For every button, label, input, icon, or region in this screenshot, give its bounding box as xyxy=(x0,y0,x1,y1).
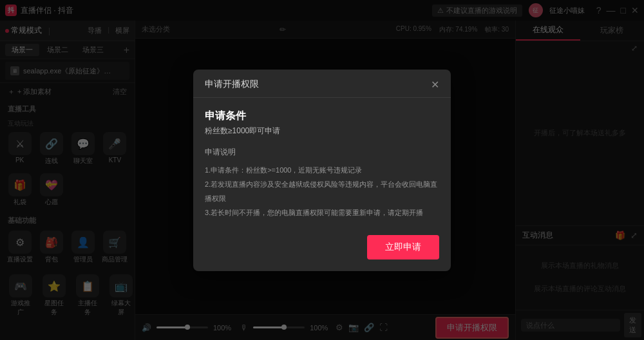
modal-title: 申请开播权限 xyxy=(205,79,259,90)
modal-apply-button[interactable]: 立即申请 xyxy=(367,235,439,260)
modal-header: 申请开播权限 ✕ xyxy=(193,70,451,98)
explain-list: 1.申请条件：粉丝数>=1000，近期无账号违规记录 2.若发现直播内容涉及安全… xyxy=(205,163,439,220)
explain-title: 申请说明 xyxy=(205,147,439,158)
modal-box: 申请开播权限 ✕ 申请条件 粉丝数≥1000即可申请 申请说明 1.申请条件：粉… xyxy=(193,70,451,271)
modal-footer: 立即申请 xyxy=(193,235,451,271)
modal-close-button[interactable]: ✕ xyxy=(431,79,439,91)
explain-item-3: 3.若长时间不开播，您的电脑直播权限可能需要重新申请，请定期开播 xyxy=(205,205,439,220)
condition-sub: 粉丝数≥1000即可申请 xyxy=(205,126,439,137)
condition-title: 申请条件 xyxy=(205,109,439,123)
explain-item-1: 1.申请条件：粉丝数>=1000，近期无账号违规记录 xyxy=(205,163,439,177)
modal-body: 申请条件 粉丝数≥1000即可申请 申请说明 1.申请条件：粉丝数>=1000，… xyxy=(193,98,451,235)
explain-item-2: 2.若发现直播内容涉及安全越狱或侵权风险等违规内容，平台会收回电脑直播权限 xyxy=(205,177,439,205)
modal-overlay: 申请开播权限 ✕ 申请条件 粉丝数≥1000即可申请 申请说明 1.申请条件：粉… xyxy=(0,0,644,340)
